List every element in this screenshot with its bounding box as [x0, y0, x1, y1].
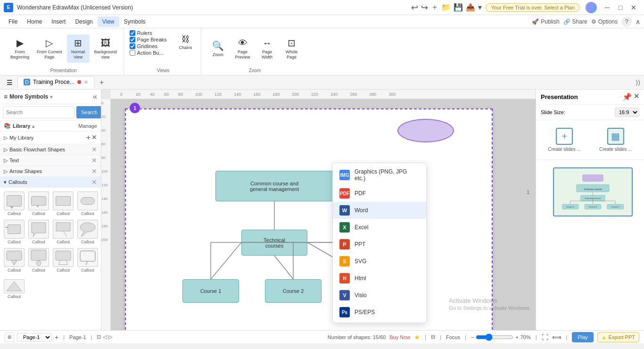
diagram-canvas[interactable]: 1 Common course andgeneral management Te…	[111, 99, 536, 330]
play-button[interactable]: Play	[572, 332, 593, 342]
background-view-btn[interactable]: 🖼 Backgroundview	[91, 34, 120, 63]
normal-view-btn[interactable]: ⊞ NormalView	[67, 34, 90, 63]
export-word[interactable]: W Word	[333, 202, 426, 219]
page-breaks-checkbox[interactable]: Page Breaks	[130, 37, 167, 42]
export-html[interactable]: H Html	[333, 270, 426, 287]
technical-courses-box[interactable]: Technicalcourses	[241, 230, 307, 256]
slide-size-select[interactable]: 16:9 4:3	[615, 108, 639, 117]
common-course-box[interactable]: Common course andgeneral management	[215, 171, 333, 201]
menu-view[interactable]: View	[98, 17, 119, 27]
sidebar-toggle[interactable]: ☰	[4, 78, 16, 87]
callout-item-11[interactable]: Callout	[52, 247, 74, 274]
menu-home[interactable]: Home	[22, 17, 47, 27]
add-page-btn[interactable]: +	[55, 333, 58, 341]
save-btn[interactable]: 💾	[454, 3, 463, 12]
my-library-add-btn[interactable]: +	[86, 133, 91, 142]
diagram-slide[interactable]: 1 Common course andgeneral management Te…	[125, 108, 493, 330]
prev-btn[interactable]: ◁	[103, 334, 107, 340]
callout-item-5[interactable]: Callout	[3, 219, 25, 245]
zoom-control-btn[interactable]: 🔍 Zoom	[207, 34, 230, 63]
create-slides-manual-btn[interactable]: ▦ Create slides ...	[592, 125, 640, 155]
export-visio[interactable]: V Visio	[333, 287, 426, 304]
trial-badge[interactable]: Your Free Trial is over. Select a Plan	[486, 3, 580, 12]
next-btn[interactable]: ▷	[108, 334, 112, 340]
callout-item-3[interactable]: Callout	[52, 191, 74, 217]
fit-page-btn[interactable]: ⊞	[5, 332, 14, 342]
fullscreen-btn[interactable]: ⛶	[542, 333, 548, 341]
manage-link[interactable]: Manage	[78, 123, 97, 129]
search-button[interactable]: Search	[76, 106, 101, 118]
export-png[interactable]: IMG Graphics (PNG, JPG etc.)	[333, 165, 426, 185]
arrow-shapes-close[interactable]: ✕	[91, 167, 97, 175]
options-btn[interactable]: ⚙Options	[591, 18, 618, 25]
fit-btn[interactable]: ⊡	[97, 334, 101, 340]
callout-item-13[interactable]: Callout	[3, 278, 25, 300]
export-excel[interactable]: X Excel	[333, 219, 426, 236]
zoom-out-btn[interactable]: −	[471, 334, 474, 340]
page-preview-btn[interactable]: 👁 PagePreview	[231, 34, 254, 63]
add-tab-btn[interactable]: +	[96, 77, 107, 88]
text-section[interactable]: ▷ Text ✕	[0, 155, 101, 166]
callouts-close[interactable]: ✕	[91, 178, 97, 186]
basic-flowchart-close[interactable]: ✕	[91, 146, 97, 153]
menu-insert[interactable]: Insert	[47, 17, 70, 27]
new-btn[interactable]: ＋	[431, 2, 438, 12]
buy-now-link[interactable]: Buy Now	[389, 334, 410, 340]
arrow-shapes-section[interactable]: ▷ Arrow Shapes ✕	[0, 166, 101, 177]
callout-item-8[interactable]: Callout	[76, 219, 99, 245]
sidebar-collapse-btn[interactable]: «	[93, 92, 97, 101]
ribbon-collapse-btn[interactable]: ∧	[636, 18, 640, 25]
callout-item-7[interactable]: Callout	[52, 219, 74, 245]
slide-thumbnail[interactable]: Common course Technical courses Course 1…	[553, 167, 633, 216]
layers-btn[interactable]: ⊟	[431, 334, 435, 340]
page-width-btn[interactable]: ↔ PageWidth	[256, 34, 279, 63]
redo-btn[interactable]: ↪	[421, 2, 428, 13]
from-current-page-btn[interactable]: ▷ From CurrentPage	[34, 34, 65, 63]
library-title[interactable]: 📚 Library ▴	[4, 123, 34, 129]
close-btn[interactable]: ✕	[627, 1, 640, 14]
export-pdf[interactable]: PDF PDF	[333, 185, 426, 202]
action-buttons-checkbox[interactable]: Action Bu...	[130, 50, 167, 56]
export-ppt-button[interactable]: ▲ Export PPT	[597, 332, 639, 342]
undo-btn[interactable]: ↩	[411, 2, 418, 13]
panel-collapse-btn[interactable]: ⟩⟩	[636, 79, 640, 86]
text-close[interactable]: ✕	[91, 157, 97, 164]
course1-box[interactable]: Course 1	[182, 279, 239, 303]
active-tab[interactable]: D Training Proce... ✕	[17, 76, 94, 89]
my-library-close-btn[interactable]: ✕	[91, 133, 97, 142]
minimize-btn[interactable]: ─	[601, 1, 614, 14]
zoom-slider[interactable]	[476, 333, 513, 341]
callout-item-9[interactable]: Callout	[3, 247, 25, 274]
open-btn[interactable]: 📁	[441, 3, 451, 12]
presentation-pin-icon[interactable]: 📌	[622, 92, 632, 101]
menu-file[interactable]: File	[4, 17, 22, 27]
fit-width-btn[interactable]: ⟺	[552, 333, 561, 341]
rulers-checkbox[interactable]: Rulers	[130, 30, 167, 36]
focus-btn[interactable]: Focus	[446, 334, 460, 340]
callouts-section[interactable]: ▾ Callouts ✕	[0, 177, 101, 188]
callout-item-2[interactable]: Callout	[27, 191, 50, 217]
callout-item-1[interactable]: Callout	[3, 191, 25, 217]
maximize-btn[interactable]: □	[614, 1, 627, 14]
callout-item-6[interactable]: Callout	[27, 219, 50, 245]
presentation-close-icon[interactable]: ✕	[634, 92, 639, 101]
export-ppt[interactable]: P PPT	[333, 236, 426, 253]
sidebar-expand-arrow[interactable]: ▾	[50, 94, 52, 100]
help-btn[interactable]: ?	[621, 17, 632, 27]
export-btn-ribbon[interactable]: 📤	[466, 3, 475, 12]
menu-symbols[interactable]: Symbols	[119, 17, 150, 27]
course2-box[interactable]: Course 2	[265, 279, 322, 303]
page-selector[interactable]: Page-1	[17, 333, 52, 341]
basic-flowchart-section[interactable]: ▷ Basic Flowchart Shapes ✕	[0, 144, 101, 155]
share-btn[interactable]: 🔗Share	[563, 18, 587, 25]
whole-page-btn[interactable]: ⊡ WholePage	[281, 34, 303, 63]
canvas-area[interactable]: 0 20 40 60 80 100 120 140 160 180 200 22…	[101, 90, 536, 330]
zoom-in-btn[interactable]: +	[515, 334, 518, 340]
search-input[interactable]	[3, 106, 74, 118]
chains-btn[interactable]: ⛓ Chains	[174, 30, 197, 54]
oval-shape[interactable]	[397, 119, 454, 142]
menu-design[interactable]: Design	[70, 17, 97, 27]
tab-close-icon[interactable]: ✕	[84, 79, 88, 85]
my-library-title[interactable]: ▷ My Library	[4, 135, 33, 141]
callout-item-12[interactable]: Callout	[76, 247, 99, 274]
